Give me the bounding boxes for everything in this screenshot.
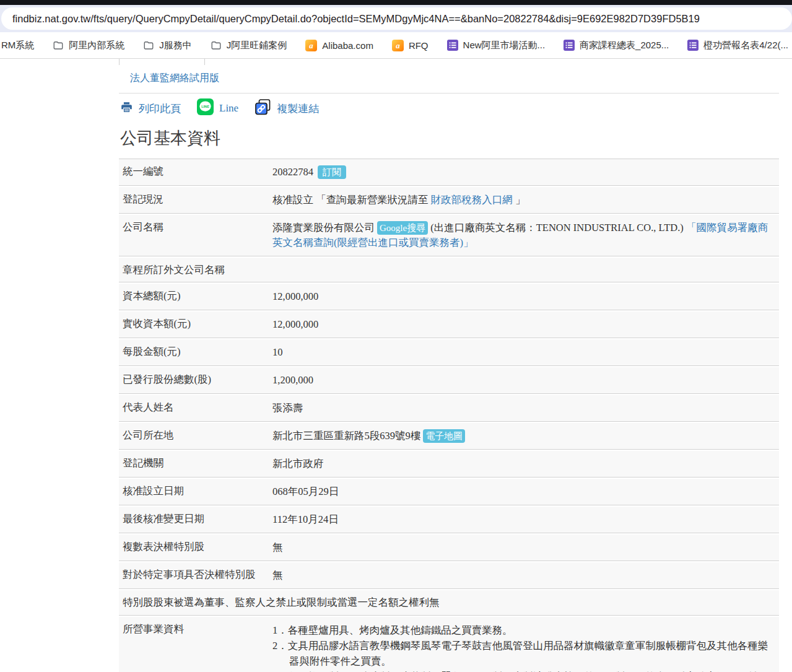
field-label: 核准設立日期	[119, 484, 272, 497]
trial-version-tab: 法人董監網絡試用版	[119, 64, 779, 94]
printer-icon	[120, 101, 133, 116]
field-label: 實收資本額(元)	[119, 317, 272, 330]
bookmarks-bar: RM系統 阿里內部系統 J服務中 J阿里旺鋪案例 a Alibaba.com a…	[0, 32, 792, 59]
copy-link-icon	[255, 98, 271, 118]
row-paid-in-capital: 實收資本額(元) 12,000,000	[119, 312, 779, 338]
bookmark-label: RM系統	[1, 40, 34, 51]
alibaba-icon: a	[392, 40, 404, 51]
business-item: 1．各種壁爐用具、烤肉爐及其他鑄鐵品之買賣業務。	[272, 622, 772, 638]
status-text-after: 」	[513, 194, 526, 206]
browser-tab-strip	[0, 0, 792, 5]
field-label: 對於特定事項具否決權特別股	[119, 568, 272, 581]
bookmark-label: 商家課程總表_2025...	[580, 40, 669, 51]
field-label: 代表人姓名	[119, 401, 272, 414]
bookmark-label: J服務中	[159, 40, 192, 51]
row-par-value: 每股金額(元) 10	[119, 339, 779, 365]
bookmark-folder-ali-internal[interactable]: 阿里內部系統	[53, 40, 124, 51]
field-value: 新北市政府	[272, 456, 779, 471]
bookmark-rm-system[interactable]: RM系統	[1, 40, 34, 51]
url-input[interactable]: findbiz.nat.gov.tw/fts/query/QueryCmpyDe…	[1, 7, 792, 30]
bookmark-alibaba-com[interactable]: a Alibaba.com	[305, 40, 373, 51]
page-title: 公司基本資料	[120, 127, 779, 149]
field-value: 1,200,000	[272, 373, 779, 388]
bookmark-course-schedule[interactable]: 商家課程總表_2025...	[564, 40, 669, 51]
page-actions: 列印此頁 LINE Line 複製連結	[119, 94, 779, 122]
field-value: 張添壽	[272, 401, 779, 416]
row-total-capital: 資本總額(元) 12,000,000	[119, 284, 779, 310]
subscribe-badge[interactable]: 訂閱	[318, 165, 346, 179]
business-item: 3．各種橡膠製品及玻璃製品皮革製品嬰兒用品籐製及木製沙發桌椅及其有關製品及紡織品…	[272, 669, 772, 672]
uniform-number: 20822784	[272, 166, 313, 178]
row-issued-shares: 已發行股份總數(股) 1,200,000	[119, 367, 779, 393]
list-doc-icon	[447, 40, 458, 51]
field-value: 12,000,000	[272, 289, 779, 304]
bookmark-label: 橙功營報名表4/22(...	[703, 40, 788, 51]
address-text: 新北市三重區重新路5段639號9樓	[272, 430, 420, 442]
field-value: 12,000,000	[272, 317, 779, 332]
field-label: 每股金額(元)	[119, 345, 272, 358]
field-value: 10	[272, 345, 779, 360]
row-veto-shares: 對於特定事項具否決權特別股 無	[119, 562, 779, 588]
print-page-button[interactable]: 列印此頁	[120, 101, 181, 116]
field-label: 資本總額(元)	[119, 289, 272, 302]
field-value: 068年05月29日	[272, 484, 779, 499]
svg-text:a: a	[396, 41, 400, 50]
business-items-list: 1．各種壁爐用具、烤肉爐及其他鑄鐵品之買賣業務。 2．文具用品膠水語言教學機鋼琴…	[272, 622, 772, 672]
bookmark-new-ali-market[interactable]: New阿里市場活動...	[447, 40, 546, 51]
special-rights-text: 特別股股東被選為董事、監察人之禁止或限制或當選一定名額之權利無	[123, 596, 440, 609]
business-item: 2．文具用品膠水語言教學機鋼琴風琴電子琴鼓吉他風管登山用品器材旗幟徽章童軍制服帳…	[272, 638, 772, 669]
line-label: Line	[219, 102, 238, 115]
field-label: 複數表決權特別股	[119, 540, 272, 553]
folder-icon	[211, 40, 222, 51]
field-label: 公司名稱	[119, 220, 272, 233]
field-value: 新北市三重區重新路5段639號9樓電子地圖	[272, 429, 779, 443]
company-detail-page: 法人董監網絡試用版 列印此頁 LINE Line 複製連結 公司基本資料 統一編…	[119, 64, 779, 672]
copy-link-button[interactable]: 複製連結	[255, 98, 319, 118]
field-value: 20822784訂閱	[272, 165, 779, 180]
row-business-scope: 所營事業資料 1．各種壁爐用具、烤肉爐及其他鑄鐵品之買賣業務。 2．文具用品膠水…	[119, 617, 779, 672]
row-representative: 代表人姓名 張添壽	[119, 395, 779, 421]
field-label: 統一編號	[119, 165, 272, 178]
field-value: 112年10月24日	[272, 512, 779, 527]
trial-version-link[interactable]: 法人董監網絡試用版	[130, 72, 219, 83]
map-badge[interactable]: 電子地圖	[423, 429, 465, 443]
bookmark-folder-j-ali-shop[interactable]: J阿里旺鋪案例	[211, 40, 287, 51]
print-label: 列印此頁	[139, 102, 181, 116]
english-name-note: (出進口廠商英文名稱：TENON INDUSTRIAL CO., LTD.)	[428, 222, 686, 233]
row-company-name: 公司名稱 添隆實業股份有限公司Google搜尋 (出進口廠商英文名稱：TENON…	[119, 215, 779, 256]
bookmark-label: New阿里市場活動...	[463, 40, 546, 51]
field-value: 核准設立 「查詢最新營業狀況請至 財政部稅務入口網 」	[272, 193, 779, 207]
browser-url-bar: findbiz.nat.gov.tw/fts/query/QueryCmpyDe…	[0, 5, 792, 32]
field-value: 無	[272, 568, 779, 583]
company-name: 添隆實業股份有限公司	[272, 222, 375, 233]
bookmark-label: Alibaba.com	[322, 40, 373, 51]
svg-text:a: a	[310, 41, 314, 50]
google-search-badge[interactable]: Google搜尋	[377, 221, 428, 235]
bookmark-rfq[interactable]: a RFQ	[392, 40, 429, 51]
field-label: 已發行股份總數(股)	[119, 373, 272, 386]
svg-text:LINE: LINE	[201, 105, 209, 108]
row-establishment-date: 核准設立日期 068年05月29日	[119, 479, 779, 505]
bookmark-label: RFQ	[409, 40, 429, 51]
share-line-button[interactable]: LINE Line	[197, 98, 238, 118]
list-doc-icon	[687, 40, 698, 51]
field-label: 登記機關	[119, 456, 272, 469]
url-text: findbiz.nat.gov.tw/fts/query/QueryCmpyDe…	[12, 13, 700, 25]
row-uniform-number: 統一編號 20822784訂閱	[119, 159, 779, 185]
bookmark-label: J阿里旺鋪案例	[227, 40, 287, 51]
copy-link-label: 複製連結	[277, 102, 319, 116]
bookmark-camp-signup[interactable]: 橙功營報名表4/22(...	[687, 40, 788, 51]
line-icon: LINE	[197, 98, 214, 118]
field-value: 1．各種壁爐用具、烤肉爐及其他鑄鐵品之買賣業務。 2．文具用品膠水語言教學機鋼琴…	[272, 622, 779, 672]
row-multi-voting-shares: 複數表決權特別股 無	[119, 535, 779, 561]
row-special-shareholder-rights: 特別股股東被選為董事、監察人之禁止或限制或當選一定名額之權利無	[119, 590, 779, 615]
field-value: 添隆實業股份有限公司Google搜尋 (出進口廠商英文名稱：TENON INDU…	[272, 220, 779, 250]
tax-portal-link[interactable]: 財政部稅務入口網	[431, 194, 513, 206]
status-text: 核准設立 「查詢最新營業狀況請至	[272, 194, 431, 206]
field-label: 所營事業資料	[119, 622, 272, 635]
field-label: 登記現況	[119, 193, 272, 206]
folder-icon	[53, 40, 64, 51]
field-label: 章程所訂外文公司名稱	[119, 263, 272, 276]
list-doc-icon	[564, 40, 575, 51]
bookmark-folder-j-service[interactable]: J服務中	[143, 40, 192, 51]
